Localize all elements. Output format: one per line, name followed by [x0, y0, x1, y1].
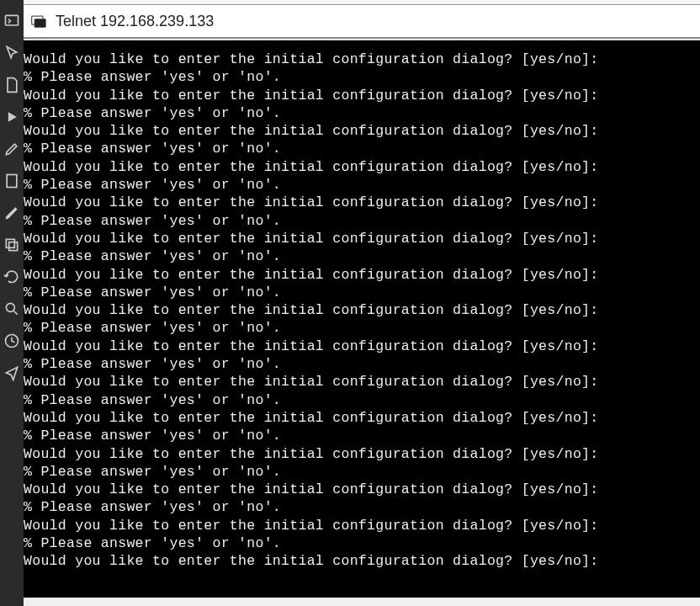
terminal-line-prompt: Would you like to enter the initial conf… — [24, 301, 700, 319]
terminal-line-error: % Please answer 'yes' or 'no'. — [24, 319, 700, 337]
terminal-line-error: % Please answer 'yes' or 'no'. — [24, 463, 700, 481]
terminal-line-error: % Please answer 'yes' or 'no'. — [24, 427, 700, 444]
terminal-line-error: % Please answer 'yes' or 'no'. — [24, 391, 700, 409]
terminal-line-prompt: Would you like to enter the initial conf… — [24, 194, 700, 211]
share-icon[interactable] — [3, 364, 20, 381]
terminal-line-prompt: Would you like to enter the initial conf… — [24, 481, 700, 498]
svg-rect-0 — [6, 15, 19, 25]
terminal-line-prompt: Would you like to enter the initial conf… — [24, 409, 700, 427]
titlebar[interactable]: Telnet 192.168.239.133 — [24, 5, 700, 39]
terminal-line-error: % Please answer 'yes' or 'no'. — [24, 247, 700, 265]
terminal-line-prompt: Would you like to enter the initial conf… — [24, 87, 700, 104]
terminal-line-error: % Please answer 'yes' or 'no'. — [24, 355, 700, 373]
window-title: Telnet 192.168.239.133 — [56, 13, 214, 30]
telnet-window-icon — [30, 13, 47, 29]
pen-icon[interactable] — [3, 205, 20, 221]
cursor-icon[interactable] — [3, 45, 20, 61]
terminal-line-error: % Please answer 'yes' or 'no'. — [24, 534, 700, 552]
terminal-line-prompt: Would you like to enter the initial conf… — [24, 517, 700, 534]
search-icon[interactable] — [3, 300, 20, 317]
svg-point-4 — [6, 303, 14, 311]
sidebar — [0, 0, 24, 606]
terminal-icon[interactable] — [3, 13, 20, 29]
play-icon[interactable] — [3, 109, 20, 125]
svg-rect-7 — [34, 19, 45, 28]
edit-icon[interactable] — [3, 141, 20, 157]
svg-rect-1 — [7, 175, 17, 188]
terminal-line-prompt: Would you like to enter the initial conf… — [24, 122, 700, 140]
terminal-line-prompt: Would you like to enter the initial conf… — [24, 158, 700, 176]
history-icon[interactable] — [3, 332, 20, 349]
refresh-icon[interactable] — [3, 268, 20, 285]
terminal-line-prompt: Would you like to enter the initial conf… — [24, 230, 700, 247]
terminal-line-error: % Please answer 'yes' or 'no'. — [24, 212, 700, 230]
terminal-line-prompt: Would you like to enter the initial conf… — [24, 373, 700, 391]
terminal-line-error: % Please answer 'yes' or 'no'. — [24, 176, 700, 194]
terminal-line-error: % Please answer 'yes' or 'no'. — [24, 68, 700, 86]
terminal-line-prompt: Would you like to enter the initial conf… — [24, 552, 700, 570]
svg-rect-3 — [6, 239, 14, 247]
terminal-line-error: % Please answer 'yes' or 'no'. — [24, 284, 700, 301]
svg-rect-2 — [9, 242, 18, 251]
file-icon[interactable] — [3, 173, 20, 189]
terminal-line-error: % Please answer 'yes' or 'no'. — [24, 104, 700, 122]
terminal-output[interactable]: Would you like to enter the initial conf… — [24, 40, 700, 598]
terminal-line-prompt: Would you like to enter the initial conf… — [24, 50, 700, 68]
terminal-line-prompt: Would you like to enter the initial conf… — [24, 266, 700, 284]
terminal-line-prompt: Would you like to enter the initial conf… — [24, 445, 700, 463]
doc-icon[interactable] — [3, 77, 20, 93]
terminal-line-error: % Please answer 'yes' or 'no'. — [24, 140, 700, 157]
window-bottom-frame — [24, 598, 700, 606]
terminal-line-prompt: Would you like to enter the initial conf… — [24, 338, 700, 355]
terminal-line-error: % Please answer 'yes' or 'no'. — [24, 498, 700, 516]
copy-icon[interactable] — [3, 237, 20, 253]
